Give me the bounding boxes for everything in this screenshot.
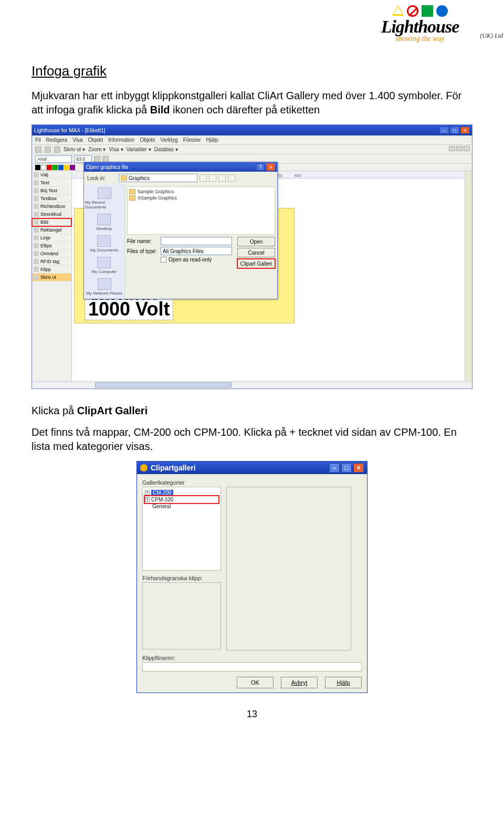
up-icon[interactable] [209, 174, 216, 182]
preview-label: Förhandsgranska klipp: [142, 575, 221, 581]
tool-omvänd[interactable]: Omvänd [32, 250, 71, 258]
clipart-titlebar: Clipartgalleri – □ × [137, 462, 367, 474]
color-chip[interactable] [58, 165, 64, 170]
lookin-label: Look in: [87, 175, 117, 181]
back-icon[interactable] [200, 174, 207, 182]
place-desktop[interactable]: Desktop [97, 214, 112, 231]
paragraph-3: Det finns två mappar, CM-200 och CPM-100… [32, 425, 472, 454]
toolbar-split[interactable]: Skriv ut ▾ [64, 146, 85, 152]
tool-bild[interactable]: Bild [32, 218, 71, 226]
toolbar-split[interactable]: Zoom ▾ [88, 146, 106, 152]
toolbar-split[interactable]: Variabler ▾ [127, 146, 151, 152]
minimize-button[interactable]: – [329, 463, 340, 473]
bold-icon[interactable] [94, 156, 100, 162]
file-item[interactable]: Sample Graphics [129, 188, 273, 195]
ruler-vertical [465, 171, 472, 381]
tool-icon [34, 251, 39, 256]
tool-böj-text[interactable]: Böj Text [32, 187, 71, 195]
tool-icon [34, 243, 39, 248]
expand-icon[interactable]: + [145, 497, 150, 502]
toolbar-split[interactable]: Visa ▾ [109, 146, 123, 152]
tool-icon [34, 180, 39, 185]
dialog-titlebar: Open graphics file ? × [84, 162, 277, 172]
tool-icon [34, 235, 39, 240]
place-my-recent-documents[interactable]: My Recent Documents [85, 187, 123, 209]
tree-item-general[interactable]: General [145, 503, 218, 510]
color-chip[interactable] [35, 165, 40, 170]
app-screenshot: Lighthouse for MAX - [Etikett1] – □ × Fi… [32, 124, 472, 389]
category-tree[interactable]: +CM-200+CPM-100General [142, 487, 221, 571]
triangle-icon [392, 5, 404, 16]
italic-icon[interactable] [102, 156, 109, 162]
newfolder-icon[interactable] [218, 174, 226, 182]
toolbar-icon[interactable] [35, 146, 41, 153]
cancel-button[interactable]: Cancel [237, 248, 275, 257]
mdi-close-icon[interactable] [464, 146, 470, 151]
font-name-select[interactable]: Arial [35, 155, 72, 163]
ok-button[interactable]: OK [237, 677, 274, 688]
dialog-close-icon[interactable]: × [267, 163, 275, 171]
mdi-max-icon[interactable] [456, 146, 463, 151]
tool-textbox[interactable]: Textbox [32, 195, 71, 203]
color-chip[interactable] [70, 165, 75, 170]
tool-rektangel[interactable]: Rektangel [32, 226, 71, 234]
clip-filename-input[interactable] [142, 662, 362, 672]
para2-a: Klicka på [32, 405, 77, 416]
lookin-select[interactable]: Graphics [119, 174, 197, 182]
mdi-min-icon[interactable] [449, 146, 455, 151]
file-list[interactable]: Sample GraphicsXSample Graphics [127, 186, 275, 235]
color-chip[interactable] [41, 165, 46, 170]
place-my-documents[interactable]: My Documents [90, 235, 118, 253]
gallery-grid[interactable] [226, 487, 351, 651]
open-button[interactable]: Open [237, 237, 275, 246]
horizontal-scrollbar[interactable] [32, 381, 472, 389]
expand-icon[interactable]: + [145, 490, 150, 495]
filetype-select[interactable]: All Graphics Files [161, 247, 232, 255]
maximize-button[interactable]: □ [341, 463, 352, 473]
toolbar-icon[interactable] [45, 146, 51, 153]
clipart-gallery-button[interactable]: Clipart Galleri [237, 259, 275, 268]
menu-item[interactable]: Objekt [88, 137, 103, 143]
places-bar: My Recent DocumentsDesktopMy DocumentsMy… [84, 184, 125, 299]
readonly-checkbox[interactable] [161, 257, 166, 263]
color-chip[interactable] [64, 165, 69, 170]
place-my-network-places[interactable]: My Network Places [86, 278, 122, 296]
place-icon [98, 278, 111, 290]
tree-item-cpm-100[interactable]: +CPM-100 [145, 496, 218, 503]
close-button[interactable]: × [353, 463, 364, 473]
tool-skriv-ut[interactable]: Skriv ut [32, 274, 71, 281]
file-item[interactable]: XSample Graphics [129, 195, 273, 201]
help-button[interactable]: Hjälp [325, 677, 362, 688]
tool-klipp[interactable]: Klipp [32, 266, 71, 274]
maximize-button[interactable]: □ [450, 127, 459, 134]
minimize-button[interactable]: – [439, 127, 449, 134]
tool-streckkod[interactable]: Streckkod [32, 211, 71, 218]
place-my-computer[interactable]: My Computer [91, 257, 117, 274]
cancel-button[interactable]: Avbryt [281, 677, 318, 688]
tool-richtextbox[interactable]: Richtextbox [32, 203, 71, 211]
tool-linje[interactable]: Linje [32, 234, 71, 242]
menu-item[interactable]: Verktyg [160, 137, 177, 143]
tool-ellips[interactable]: Ellips [32, 242, 71, 250]
tree-item-cm-200[interactable]: +CM-200 [145, 489, 218, 496]
menu-item[interactable]: Redigera [46, 137, 68, 143]
tool-text[interactable]: Text [32, 179, 71, 187]
place-icon [97, 214, 111, 225]
toolbar-split[interactable]: Databas ▾ [154, 146, 178, 152]
filename-input[interactable] [161, 237, 232, 245]
menu-item[interactable]: Visa [72, 137, 82, 143]
help-icon[interactable]: ? [256, 163, 265, 171]
tool-rfid-tag[interactable]: RFID tag [32, 258, 71, 266]
color-chip[interactable] [47, 165, 52, 170]
menu-item[interactable]: Fönster [183, 137, 201, 143]
color-chip[interactable] [52, 165, 58, 170]
tool-välj[interactable]: Välj [32, 171, 71, 179]
menu-item[interactable]: Information [108, 137, 134, 143]
views-icon[interactable] [228, 174, 235, 182]
menu-item[interactable]: Hjälp [206, 137, 218, 143]
menu-item[interactable]: Fil [35, 137, 41, 143]
menu-item[interactable]: Objekt [140, 137, 155, 143]
toolbar-icon[interactable] [54, 146, 60, 153]
close-button[interactable]: × [460, 127, 470, 134]
app-titlebar: Lighthouse for MAX - [Etikett1] – □ × [32, 125, 472, 135]
